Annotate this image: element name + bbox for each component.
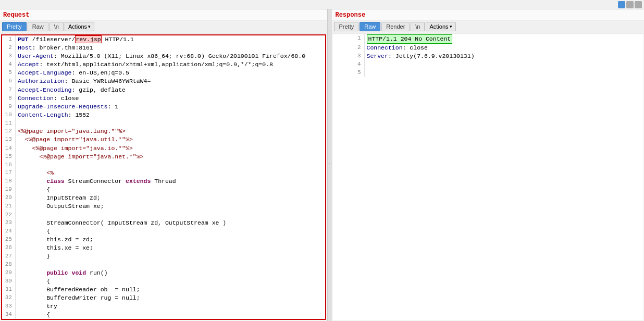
pane-divider[interactable]: ⋮ xyxy=(328,9,332,321)
line-number: 11 xyxy=(2,119,15,127)
line-code: User-Agent: Mozilla/5.0 (X11; Linux x86_… xyxy=(15,52,325,60)
table-row: 1PUT /fileserver/rev.jsp HTTP/1.1 xyxy=(2,35,325,44)
line-number: 14 xyxy=(2,144,15,153)
line-code xyxy=(364,69,643,77)
response-toolbar: Pretty Raw Render \n Actions ▾ xyxy=(332,20,644,33)
line-number: 17 xyxy=(2,169,15,177)
table-row: 31 BufferedReader ob = null; xyxy=(2,286,325,294)
table-row: 19 { xyxy=(2,186,325,194)
line-code: <%@page import="java.io.*"%> xyxy=(15,144,325,153)
line-code: this.zd = zd; xyxy=(15,236,325,244)
line-number: 5 xyxy=(2,69,15,77)
line-number: 10 xyxy=(2,111,15,119)
table-row: 2Host: broker.thm:8161 xyxy=(2,44,325,52)
table-row: 3Server: Jetty(7.6.9.v20130131) xyxy=(333,52,643,60)
response-pane: Response Pretty Raw Render \n Actions ▾ … xyxy=(332,9,644,321)
line-code: Connection: close xyxy=(15,94,325,103)
line-number: 18 xyxy=(2,177,15,186)
line-code: <%@page import="java.lang.*"%> xyxy=(15,127,325,135)
response-tab-ln[interactable]: \n xyxy=(411,22,425,31)
request-code-table: 1PUT /fileserver/rev.jsp HTTP/1.12Host: … xyxy=(2,35,325,320)
line-code xyxy=(15,211,325,219)
table-row: 5Accept-Language: en-US,en;q=0.5 xyxy=(2,69,325,77)
line-number: 3 xyxy=(2,52,15,60)
line-code: BufferedWriter rug = null; xyxy=(15,294,325,302)
line-number: 21 xyxy=(2,202,15,211)
line-number: 12 xyxy=(2,127,15,135)
table-row: 7Accept-Encoding: gzip, deflate xyxy=(2,86,325,94)
table-row: 29 public void run() xyxy=(2,269,325,277)
request-tab-pretty[interactable]: Pretty xyxy=(2,22,27,31)
line-code: Accept-Language: en-US,en;q=0.5 xyxy=(15,69,325,77)
window-btn-2[interactable] xyxy=(626,1,634,8)
response-tab-pretty[interactable]: Pretty xyxy=(334,22,358,31)
chevron-down-icon-response: ▾ xyxy=(450,24,452,29)
line-code: Content-Length: 1552 xyxy=(15,111,325,119)
line-number: 19 xyxy=(2,186,15,194)
response-tab-render[interactable]: Render xyxy=(381,22,410,31)
line-code: ob = new BufferedReader( new InputStream… xyxy=(15,319,325,320)
table-row: 23 StreamConnector( InputStream zd, Outp… xyxy=(2,219,325,227)
request-code-area[interactable]: 1PUT /fileserver/rev.jsp HTTP/1.12Host: … xyxy=(1,34,326,320)
line-code xyxy=(15,161,325,169)
table-row: 1HTTP/1.1 204 No Content xyxy=(333,34,643,44)
window-btn-1[interactable] xyxy=(618,1,625,8)
line-number: 5 xyxy=(333,69,364,77)
table-row: 16 xyxy=(2,161,325,169)
table-row: 14 <%@page import="java.io.*"%> xyxy=(2,144,325,153)
line-code: Authorization: Basic YWRtaW46YWRtaW4= xyxy=(15,77,325,85)
response-tab-raw[interactable]: Raw xyxy=(360,22,380,31)
table-row: 3User-Agent: Mozilla/5.0 (X11; Linux x86… xyxy=(2,52,325,60)
table-row: 13 <%@page import="java.util.*"%> xyxy=(2,135,325,144)
response-actions-button[interactable]: Actions ▾ xyxy=(426,22,455,31)
response-code-area[interactable]: 1HTTP/1.1 204 No Content2Connection: clo… xyxy=(333,34,643,320)
request-tab-ln[interactable]: \n xyxy=(49,22,64,31)
table-row: 27 } xyxy=(2,252,325,261)
window-btn-3[interactable] xyxy=(635,1,642,8)
line-number: 2 xyxy=(2,44,15,52)
line-code: { xyxy=(15,277,325,286)
line-code: Upgrade-Insecure-Requests: 1 xyxy=(15,103,325,111)
table-row: 5 xyxy=(333,69,643,77)
line-number: 4 xyxy=(333,60,364,68)
line-code xyxy=(15,119,325,127)
request-actions-button[interactable]: Actions ▾ xyxy=(65,22,94,31)
table-row: 28 xyxy=(2,261,325,268)
line-code: this.xe = xe; xyxy=(15,244,325,252)
window-controls xyxy=(618,1,642,8)
table-row: 18 class StreamConnector extends Thread xyxy=(2,177,325,186)
response-label: Response xyxy=(332,9,644,20)
table-row: 4Accept: text/html,application/xhtml+xml… xyxy=(2,60,325,69)
line-number: 13 xyxy=(2,135,15,144)
line-number: 34 xyxy=(2,311,15,319)
status-badge: HTTP/1.1 204 No Content xyxy=(367,34,453,44)
table-row: 20 InputStream zd; xyxy=(2,194,325,202)
line-number: 6 xyxy=(2,77,15,85)
line-code: try xyxy=(15,302,325,311)
line-number: 22 xyxy=(2,211,15,219)
line-number: 30 xyxy=(2,277,15,286)
request-tab-raw[interactable]: Raw xyxy=(28,22,48,31)
line-code: Accept-Encoding: gzip, deflate xyxy=(15,86,325,94)
line-number: 23 xyxy=(2,219,15,227)
line-code: InputStream zd; xyxy=(15,194,325,202)
response-code-table: 1HTTP/1.1 204 No Content2Connection: clo… xyxy=(333,34,643,77)
request-label: Request xyxy=(0,9,327,20)
line-number: 28 xyxy=(2,261,15,268)
line-code: <% xyxy=(15,169,325,177)
table-row: 35 ob = new BufferedReader( new InputStr… xyxy=(2,319,325,320)
table-row: 2Connection: close xyxy=(333,44,643,52)
line-number: 1 xyxy=(333,34,364,44)
chevron-down-icon: ▾ xyxy=(88,24,91,29)
line-code: { xyxy=(15,311,325,319)
table-row: 15 <%@page import="java.net.*"%> xyxy=(2,153,325,161)
line-number: 32 xyxy=(2,294,15,302)
table-row: 30 { xyxy=(2,277,325,286)
line-number: 31 xyxy=(2,286,15,294)
table-row: 34 { xyxy=(2,311,325,319)
table-row: 17 <% xyxy=(2,169,325,177)
table-row: 10Content-Length: 1552 xyxy=(2,111,325,119)
line-code: public void run() xyxy=(15,269,325,277)
table-row: 4 xyxy=(333,60,643,68)
line-code xyxy=(364,60,643,68)
